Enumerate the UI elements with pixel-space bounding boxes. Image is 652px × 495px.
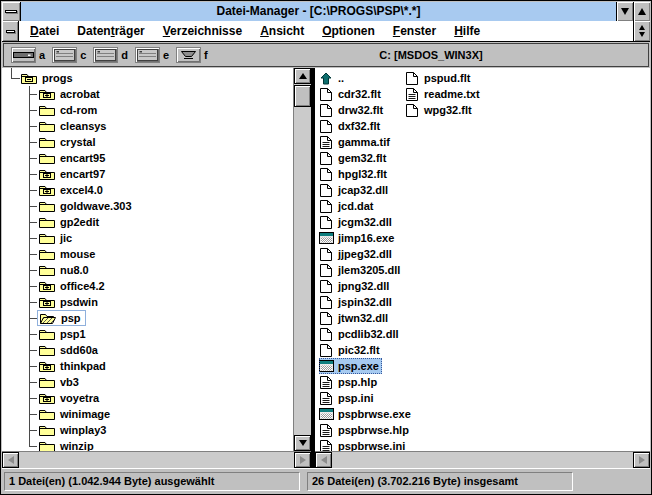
file-item-jcap32-dll[interactable]: jcap32.dll <box>319 182 391 198</box>
menu-hilfe[interactable]: Hilfe <box>445 24 489 38</box>
tree-item-excel4-0[interactable]: excel4.0 <box>2 182 293 198</box>
tree-item-mouse[interactable]: mouse <box>2 246 293 262</box>
tree-item-progs[interactable]: progs <box>2 70 293 86</box>
tree-item-winimage[interactable]: winimage <box>2 406 293 422</box>
file-name: jlem3205.dll <box>338 264 400 276</box>
file-item-wpg32-flt[interactable]: wpg32.flt <box>405 102 475 118</box>
file-item-jjpeg32-dll[interactable]: jjpeg32.dll <box>319 246 395 262</box>
drive-f-button[interactable] <box>176 47 201 63</box>
file-name: jtwn32.dll <box>338 312 388 324</box>
scroll-left-button[interactable] <box>2 452 19 468</box>
minimize-button[interactable] <box>616 2 633 21</box>
file-item-dxf32-flt[interactable]: dxf32.flt <box>319 118 383 134</box>
file-item-jspin32-dll[interactable]: jspin32.dll <box>319 294 395 310</box>
maximize-button[interactable] <box>633 2 650 21</box>
file-item-hpgl32-flt[interactable]: hpgl32.flt <box>319 166 390 182</box>
file-list-pane[interactable]: ..cdr32.fltdrw32.fltdxf32.fltgamma.tifge… <box>315 68 650 451</box>
file-item-gamma-tif[interactable]: gamma.tif <box>319 134 393 150</box>
menu-verzeichnisse[interactable]: Verzeichnisse <box>154 24 251 38</box>
file-name: jcd.dat <box>338 200 373 212</box>
system-menu-button[interactable] <box>2 2 21 21</box>
file-item-jpng32-dll[interactable]: jpng32.dll <box>319 278 392 294</box>
tree-item-goldwave-303[interactable]: goldwave.303 <box>2 198 293 214</box>
drive-c-button[interactable] <box>52 47 77 63</box>
file-item-pcdlib32-dll[interactable]: pcdlib32.dll <box>319 326 402 342</box>
file-item-psp-ini[interactable]: psp.ini <box>319 390 376 406</box>
folder-icon <box>38 439 56 451</box>
title-bar[interactable]: Datei-Manager - [C:\PROGS\PSP\*.*] <box>2 2 650 21</box>
tree-item-winzip[interactable]: winzip <box>2 438 293 451</box>
file-item-pic32-flt[interactable]: pic32.flt <box>319 342 383 358</box>
file-item-pspbrwse-hlp[interactable]: pspbrwse.hlp <box>319 422 412 438</box>
scroll-down-button[interactable] <box>294 435 311 451</box>
tree-item-encart97[interactable]: encart97 <box>2 166 293 182</box>
file-item-jcd-dat[interactable]: jcd.dat <box>319 198 376 214</box>
tree-item-cleansys[interactable]: cleansys <box>2 118 293 134</box>
arrow-down-icon <box>299 440 307 446</box>
menu-fenster[interactable]: Fenster <box>384 24 445 38</box>
folder-minus-icon <box>20 71 38 85</box>
file-item-psp-exe[interactable]: psp.exe <box>319 358 382 374</box>
drive-e-button[interactable] <box>135 47 160 63</box>
file-item-pspbrwse-exe[interactable]: pspbrwse.exe <box>319 406 414 422</box>
menu-ansicht[interactable]: Ansicht <box>251 24 313 38</box>
arrow-right-icon <box>639 456 645 464</box>
file-item-pspbrwse-ini[interactable]: pspbrwse.ini <box>319 438 408 451</box>
scroll-left-button[interactable] <box>315 452 332 468</box>
file-item-gem32-flt[interactable]: gem32.flt <box>319 150 389 166</box>
tree-item-acrobat[interactable]: acrobat <box>2 86 293 102</box>
tree-item-jic[interactable]: jic <box>2 230 293 246</box>
file-item-pspud-flt[interactable]: pspud.flt <box>405 70 473 86</box>
tree-item-crystal[interactable]: crystal <box>2 134 293 150</box>
file-item-jimp16-exe[interactable]: jimp16.exe <box>319 230 397 246</box>
menu-optionen[interactable]: Optionen <box>313 24 384 38</box>
right-horizontal-scrollbar[interactable] <box>315 451 650 468</box>
tree-item-cd-rom[interactable]: cd-rom <box>2 102 293 118</box>
tree-item-psp1[interactable]: psp1 <box>2 326 293 342</box>
file-name: pspud.flt <box>424 72 470 84</box>
file-item-drw32-flt[interactable]: drw32.flt <box>319 102 386 118</box>
folder-icon <box>38 407 56 421</box>
file-name: jcgm32.dll <box>338 216 392 228</box>
file-item-jtwn32-dll[interactable]: jtwn32.dll <box>319 310 391 326</box>
file-item-cdr32-flt[interactable]: cdr32.flt <box>319 86 384 102</box>
scroll-up-button[interactable] <box>294 68 311 84</box>
tree-item-thinkpad[interactable]: thinkpad <box>2 358 293 374</box>
tree-item-voyetra[interactable]: voyetra <box>2 390 293 406</box>
tree-item-psp[interactable]: psp <box>2 310 293 326</box>
menu-datentr-ger[interactable]: Datenträger <box>68 24 153 38</box>
directory-tree-pane[interactable]: progsacrobatcd-romcleansyscrystalencart9… <box>2 68 294 451</box>
tree-item-nu8-0[interactable]: nu8.0 <box>2 262 293 278</box>
folder-icon <box>38 375 56 389</box>
scroll-right-button[interactable] <box>294 452 311 468</box>
tree-item-gp2edit[interactable]: gp2edit <box>2 214 293 230</box>
tree-item-winplay3[interactable]: winplay3 <box>2 422 293 438</box>
folder-plus-icon <box>38 391 56 405</box>
vertical-scrollbar[interactable] <box>294 68 311 451</box>
tree-item-sdd60a[interactable]: sdd60a <box>2 342 293 358</box>
left-horizontal-scrollbar[interactable] <box>2 451 311 468</box>
drive-a-button[interactable] <box>11 47 36 63</box>
document-icon <box>319 87 335 102</box>
file-item-readme-txt[interactable]: readme.txt <box>405 86 483 102</box>
folder-icon <box>38 327 56 341</box>
tree-item-office4-2[interactable]: office4.2 <box>2 278 293 294</box>
scrollbar-thumb[interactable] <box>294 85 311 107</box>
file-name: dxf32.flt <box>338 120 380 132</box>
menu-datei[interactable]: Datei <box>21 24 68 38</box>
scroll-right-button[interactable] <box>633 452 650 468</box>
minimize-icon <box>621 8 629 15</box>
file-item-jcgm32-dll[interactable]: jcgm32.dll <box>319 214 395 230</box>
child-window-menu-button[interactable] <box>2 21 19 41</box>
file-column-1: ..cdr32.fltdrw32.fltdxf32.fltgamma.tifge… <box>319 70 414 451</box>
up-directory-item[interactable]: .. <box>319 70 347 86</box>
tree-item-vb3[interactable]: vb3 <box>2 374 293 390</box>
file-item-jlem3205-dll[interactable]: jlem3205.dll <box>319 262 403 278</box>
tree-item-psdwin[interactable]: psdwin <box>2 294 293 310</box>
child-restore-button[interactable] <box>633 21 650 41</box>
file-item-psp-hlp[interactable]: psp.hlp <box>319 374 380 390</box>
file-name: pspbrwse.exe <box>338 408 411 420</box>
tree-item-encart95[interactable]: encart95 <box>2 150 293 166</box>
drive-d-button[interactable] <box>93 47 118 63</box>
restore-down-icon <box>639 32 645 37</box>
